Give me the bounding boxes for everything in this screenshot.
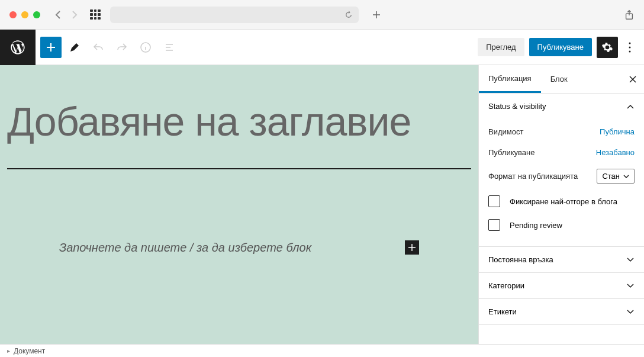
undo-button[interactable] — [88, 37, 109, 58]
post-title-placeholder[interactable]: Добавяне на заглавие — [7, 98, 471, 144]
block-prompt-text: Започнете да пишете / за да изберете бло… — [59, 241, 311, 255]
panel-head-categories[interactable]: Категории — [479, 273, 644, 298]
panel-status-visibility: Status & visibility Видимост Публична Пу… — [479, 94, 644, 247]
panel-title: Постоянна връзка — [488, 255, 553, 264]
title-divider — [7, 168, 471, 169]
edit-mode-button[interactable] — [64, 37, 85, 58]
wordpress-logo[interactable] — [0, 30, 36, 65]
visibility-value[interactable]: Публична — [600, 127, 635, 136]
editor-footer: ▸ Документ — [0, 344, 644, 357]
sidebar-tabs: Публикация Блок — [479, 65, 644, 94]
pending-label: Pending review — [510, 221, 562, 230]
more-menu-button[interactable] — [623, 37, 637, 58]
format-label: Формат на публикацията — [488, 172, 578, 181]
chevron-down-icon — [623, 174, 629, 179]
preview-button[interactable]: Преглед — [478, 38, 524, 56]
post-title-area[interactable]: Добавяне на заглавие — [7, 75, 471, 181]
chevron-down-icon — [626, 309, 635, 315]
row-format: Формат на публикацията Стан — [488, 163, 635, 189]
back-button[interactable] — [52, 9, 64, 21]
svg-point-2 — [629, 42, 631, 44]
editor-toolbar — [36, 37, 478, 58]
svg-point-3 — [629, 46, 631, 48]
panel-title: Status & visibility — [488, 102, 546, 111]
panel-head-permalink[interactable]: Постоянна връзка — [479, 247, 644, 272]
share-icon[interactable] — [624, 9, 635, 20]
panel-head-tags[interactable]: Етикети — [479, 299, 644, 324]
main-area: Добавяне на заглавие Започнете да пишете… — [0, 65, 644, 344]
editor-canvas[interactable]: Добавяне на заглавие Започнете да пишете… — [0, 65, 478, 344]
panel-tags: Етикети — [479, 299, 644, 325]
svg-point-4 — [629, 50, 631, 52]
apps-grid-icon[interactable] — [90, 9, 101, 20]
browser-chrome — [0, 0, 644, 30]
block-appender[interactable]: Започнете да пишете / за да изберете бло… — [7, 240, 471, 255]
maximize-window[interactable] — [33, 11, 40, 18]
row-sticky[interactable]: Фиксиране най-отгоре в блога — [488, 189, 635, 213]
format-select[interactable]: Стан — [597, 169, 635, 184]
format-value: Стан — [602, 172, 620, 181]
close-window[interactable] — [9, 11, 17, 18]
panel-permalink: Постоянна връзка — [479, 247, 644, 273]
editor-top-bar: Преглед Публикуване — [0, 30, 644, 65]
chevron-down-icon — [626, 257, 635, 263]
settings-sidebar: Публикация Блок Status & visibility Види… — [478, 65, 644, 344]
publish-button[interactable]: Публикуване — [529, 38, 592, 56]
tab-post[interactable]: Публикация — [479, 65, 541, 93]
sticky-checkbox[interactable] — [488, 195, 500, 207]
close-sidebar-button[interactable] — [622, 75, 644, 83]
sticky-label: Фиксиране най-отгоре в блога — [510, 197, 617, 206]
tab-block[interactable]: Блок — [541, 65, 577, 93]
redo-button[interactable] — [111, 37, 133, 58]
add-block-button[interactable] — [40, 37, 62, 58]
window-controls — [9, 11, 40, 18]
visibility-label: Видимост — [488, 127, 523, 136]
chevron-up-icon — [626, 104, 635, 110]
forward-button[interactable] — [69, 9, 80, 21]
row-visibility: Видимост Публична — [488, 121, 635, 142]
settings-button[interactable] — [597, 37, 618, 58]
refresh-icon[interactable] — [344, 11, 353, 19]
panel-title: Етикети — [488, 307, 517, 316]
inline-add-block-button[interactable] — [405, 240, 419, 255]
panel-categories: Категории — [479, 273, 644, 299]
pending-checkbox[interactable] — [488, 219, 500, 231]
panel-head-status[interactable]: Status & visibility — [479, 94, 644, 119]
row-pending[interactable]: Pending review — [488, 213, 635, 237]
url-bar[interactable] — [110, 7, 359, 23]
editor-actions: Преглед Публикуване — [478, 37, 644, 58]
row-publish: Публикуване Незабавно — [488, 142, 635, 163]
info-button[interactable] — [135, 37, 156, 58]
publish-value[interactable]: Незабавно — [596, 148, 635, 157]
breadcrumb-document[interactable]: Документ — [14, 347, 45, 355]
publish-label: Публикуване — [488, 148, 534, 157]
new-tab-button[interactable] — [368, 7, 385, 23]
panel-title: Категории — [488, 281, 524, 290]
outline-button[interactable] — [159, 37, 180, 58]
chevron-down-icon — [626, 283, 635, 289]
breadcrumb-arrow-icon: ▸ — [7, 348, 10, 354]
minimize-window[interactable] — [21, 11, 28, 18]
